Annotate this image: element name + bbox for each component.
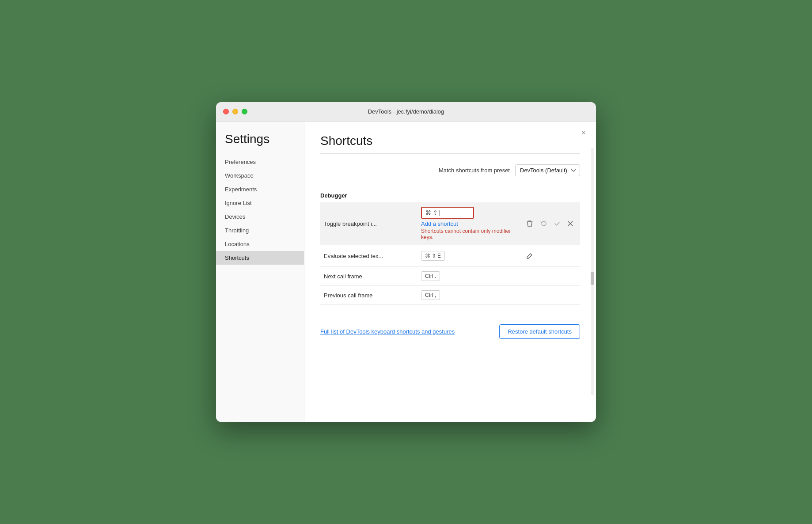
page-title: Shortcuts <box>320 134 580 148</box>
sidebar-item-devices[interactable]: Devices <box>216 210 304 224</box>
key-badge-prev: Ctrl , <box>421 290 440 300</box>
sidebar-item-throttling[interactable]: Throttling <box>216 224 304 237</box>
cancel-shortcut-button[interactable] <box>564 217 577 230</box>
shortcut-name-next: Next call frame <box>320 267 417 286</box>
sidebar-item-experiments[interactable]: Experiments <box>216 182 304 196</box>
delete-shortcut-button[interactable] <box>524 217 536 230</box>
devtools-window: DevTools - jec.fyi/demo/dialog Settings … <box>216 102 596 422</box>
key-e: E <box>437 253 441 259</box>
sidebar: Settings Preferences Workspace Experimen… <box>216 122 304 422</box>
close-traffic-light[interactable] <box>223 109 229 114</box>
titlebar: DevTools - jec.fyi/demo/dialog <box>216 102 596 122</box>
maximize-traffic-light[interactable] <box>242 109 247 114</box>
minimize-traffic-light[interactable] <box>232 109 238 114</box>
table-row: Previous call frame Ctrl , <box>320 286 580 305</box>
shortcut-actions-next <box>520 267 580 286</box>
sidebar-item-preferences[interactable]: Preferences <box>216 155 304 169</box>
shortcut-error-text: Shortcuts cannot contain only modifier k… <box>421 228 516 240</box>
shortcut-keys-prev: Ctrl , <box>417 286 520 305</box>
footer-row: Full list of DevTools keyboard shortcuts… <box>320 319 580 339</box>
preset-select[interactable]: DevTools (Default) VS Code <box>515 164 580 176</box>
scrollbar-thumb[interactable] <box>591 272 594 285</box>
shortcut-input-box[interactable]: ⌘ ⇧ <box>421 207 474 219</box>
shortcut-name-prev: Previous call frame <box>320 286 417 305</box>
key-cmd: ⌘ <box>425 253 430 259</box>
confirm-shortcut-button[interactable] <box>551 217 563 230</box>
key-badge-evaluate: ⌘ ⇧ E <box>421 251 445 261</box>
preset-label: Match shortcuts from preset <box>439 167 510 174</box>
cursor <box>440 210 440 216</box>
section-debugger-title: Debugger <box>320 189 580 202</box>
shortcut-keys-toggle: ⌘ ⇧ Add a shortcut Shortcuts cannot cont… <box>417 202 520 245</box>
preset-row: Match shortcuts from preset DevTools (De… <box>320 164 580 176</box>
key-badge-next: Ctrl . <box>421 271 440 281</box>
table-row: Toggle breakpoint i... ⌘ ⇧ Add a shor <box>320 202 580 245</box>
full-list-link[interactable]: Full list of DevTools keyboard shortcuts… <box>320 328 455 335</box>
key-shift: ⇧ <box>432 253 436 259</box>
traffic-lights <box>223 109 247 114</box>
table-row: Evaluate selected tex... ⌘ ⇧ E <box>320 245 580 267</box>
title-divider <box>320 153 580 154</box>
shortcut-actions-evaluate <box>520 245 580 267</box>
shortcut-keys-next: Ctrl . <box>417 267 520 286</box>
scrollbar-track <box>591 148 594 395</box>
dialog-close-button[interactable]: × <box>578 128 589 138</box>
shortcut-input-container: ⌘ ⇧ <box>421 207 516 219</box>
shortcut-name-toggle: Toggle breakpoint i... <box>320 202 417 245</box>
sidebar-item-ignore-list[interactable]: Ignore List <box>216 196 304 210</box>
shortcuts-table: Toggle breakpoint i... ⌘ ⇧ Add a shor <box>320 202 580 305</box>
table-row: Next call frame Ctrl . <box>320 267 580 286</box>
window-title: DevTools - jec.fyi/demo/dialog <box>368 108 444 115</box>
edit-shortcut-button-evaluate[interactable] <box>524 250 536 262</box>
shortcut-actions-prev <box>520 286 580 305</box>
input-key-cmd: ⌘ <box>425 209 431 216</box>
shortcut-actions-toggle <box>520 202 580 245</box>
shortcut-name-evaluate: Evaluate selected tex... <box>320 245 417 267</box>
add-shortcut-area: Add a shortcut <box>421 220 516 227</box>
sidebar-item-locations[interactable]: Locations <box>216 237 304 251</box>
sidebar-item-shortcuts[interactable]: Shortcuts <box>216 251 304 265</box>
input-key-shift: ⇧ <box>433 209 438 216</box>
sidebar-item-workspace[interactable]: Workspace <box>216 169 304 182</box>
shortcut-keys-evaluate: ⌘ ⇧ E <box>417 245 520 267</box>
main-content: × Shortcuts Match shortcuts from preset … <box>304 122 596 422</box>
add-shortcut-link[interactable]: Add a shortcut <box>421 220 458 227</box>
window-body: Settings Preferences Workspace Experimen… <box>216 122 596 422</box>
restore-default-shortcuts-button[interactable]: Restore default shortcuts <box>499 324 580 339</box>
sidebar-heading: Settings <box>216 132 304 155</box>
revert-shortcut-button[interactable] <box>538 217 550 230</box>
